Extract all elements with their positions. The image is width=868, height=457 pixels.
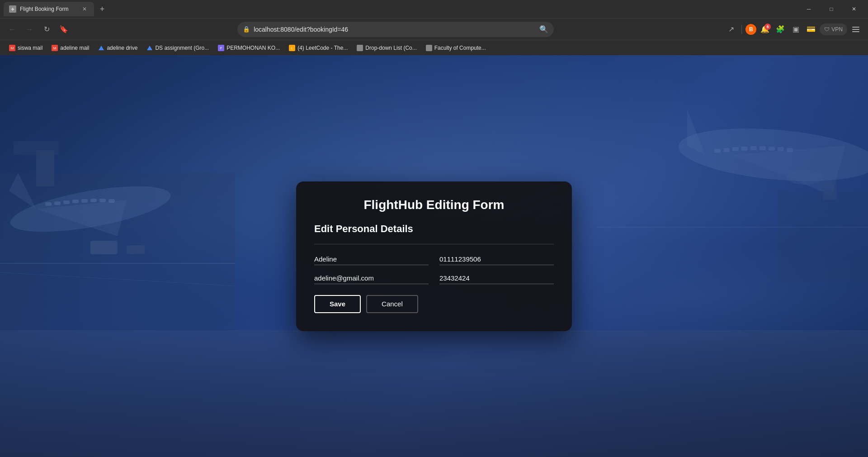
menu-line-1 [852,27,859,28]
bookmark-label-adeline-mail: adeline mail [60,45,89,51]
svg-text:L: L [291,46,293,50]
bookmark-label-dropdown: Drop-down List (Co... [365,45,416,51]
bookmark-item-dropdown[interactable]: Drop-down List (Co... [353,43,420,53]
bookmark-favicon-dropdown [357,45,363,51]
notification-button[interactable]: 🔔 6 [758,23,772,36]
tab-area: ✈ Flight Booking Form ✕ + [4,2,795,16]
active-tab[interactable]: ✈ Flight Booking Form ✕ [4,2,94,16]
bookmark-favicon-adeline-drive [98,45,104,51]
wallet-button[interactable]: 💳 [804,23,818,36]
bookmark-button[interactable]: 🔖 [57,23,71,36]
maximize-button[interactable]: □ [821,2,842,16]
bookmark-item-ds-assignment[interactable]: DS assignment (Gro... [143,43,212,53]
menu-line-3 [852,31,859,32]
brave-icon: B [745,24,756,35]
tab-favicon: ✈ [9,5,16,13]
back-button[interactable]: ← [5,23,19,36]
tab-close-button[interactable]: ✕ [80,5,89,13]
id-number-field-container [439,272,554,284]
toolbar-right-controls: ↗ B 🔔 6 🧩 ▣ 💳 🛡 VPN [724,23,863,36]
section-divider [314,244,554,244]
phone-input[interactable] [439,253,554,265]
forward-button[interactable]: → [23,23,36,36]
browser-toolbar: ← → ↻ 🔖 🔒 localhost:8080/edit?bookingId=… [0,18,868,40]
page-content: FlightHub Editing Form Edit Personal Det… [0,55,868,457]
reload-button[interactable]: ↻ [40,23,53,36]
bookmark-item-permohonan[interactable]: P PERMOHONAN KO... [214,43,283,53]
address-search-icon: 🔍 [539,25,548,33]
address-bar[interactable]: 🔒 localhost:8080/edit?bookingId=46 🔍 [237,22,554,37]
personal-details-form [314,253,554,284]
bookmark-favicon-siswa-mail: M [9,45,15,51]
bookmark-favicon-permohonan: P [218,45,224,51]
extensions-button[interactable]: 🧩 [774,23,787,36]
dialog-button-row: Save Cancel [314,295,554,313]
svg-marker-4 [99,46,104,50]
dialog-app-title: FlightHub Editing Form [314,198,554,212]
svg-text:P: P [220,46,222,50]
lock-icon: 🔒 [243,26,250,33]
vpn-label: VPN [831,26,843,33]
minimize-button[interactable]: ─ [798,2,819,16]
bookmark-label-adeline-drive: adeline drive [107,45,137,51]
vpn-button[interactable]: 🛡 VPN [820,24,847,35]
save-button[interactable]: Save [314,295,361,313]
bookmark-favicon-adeline-mail: M [52,45,58,51]
tab-title: Flight Booking Form [20,6,77,12]
bookmark-favicon-ds-assignment [146,45,153,51]
bookmark-label-leetcode: (4) LeetCode - The... [297,45,348,51]
modal-overlay: FlightHub Editing Form Edit Personal Det… [0,55,868,457]
edit-personal-details-dialog: FlightHub Editing Form Edit Personal Det… [296,181,572,331]
browser-menu-button[interactable] [849,23,863,36]
bookmark-label-permohonan: PERMOHONAN KO... [226,45,280,51]
notification-badge: 6 [764,24,771,30]
svg-text:M: M [53,46,57,50]
share-button[interactable]: ↗ [724,23,738,36]
window-controls: ─ □ ✕ [798,2,864,16]
title-bar: ✈ Flight Booking Form ✕ + ─ □ ✕ [0,0,868,18]
dialog-section-title: Edit Personal Details [314,223,554,235]
url-text: localhost:8080/edit?bookingId=46 [254,26,536,33]
bookmark-label-faculty: Faculty of Compute... [434,45,486,51]
bookmark-item-faculty[interactable]: Faculty of Compute... [422,43,490,53]
toolbar-divider [741,25,742,34]
vpn-icon: 🛡 [824,26,830,33]
bookmark-item-adeline-mail[interactable]: M adeline mail [48,43,93,53]
close-button[interactable]: ✕ [844,2,864,16]
menu-line-2 [852,29,859,30]
sidebar-button[interactable]: ▣ [789,23,802,36]
bookmark-favicon-faculty [426,45,432,51]
id-number-input[interactable] [439,272,554,284]
bookmark-item-leetcode[interactable]: L (4) LeetCode - The... [285,43,351,53]
svg-marker-5 [147,46,152,50]
bookmark-item-siswa-mail[interactable]: M siswa mail [5,43,46,53]
name-field-container [314,253,429,265]
bookmark-label-ds-assignment: DS assignment (Gro... [155,45,209,51]
new-tab-button[interactable]: + [96,3,108,15]
bookmark-item-adeline-drive[interactable]: adeline drive [94,43,141,53]
email-input[interactable] [314,272,429,284]
name-input[interactable] [314,253,429,265]
bookmarks-bar: M siswa mail M adeline mail adeline driv… [0,40,868,55]
phone-field-container [439,253,554,265]
browser-frame: ✈ Flight Booking Form ✕ + ─ □ ✕ ← → ↻ 🔖 … [0,0,868,457]
svg-text:M: M [11,46,14,50]
bookmark-label-siswa-mail: siswa mail [18,45,42,51]
email-field-container [314,272,429,284]
cancel-button[interactable]: Cancel [366,295,418,313]
bookmark-favicon-leetcode: L [289,45,295,51]
